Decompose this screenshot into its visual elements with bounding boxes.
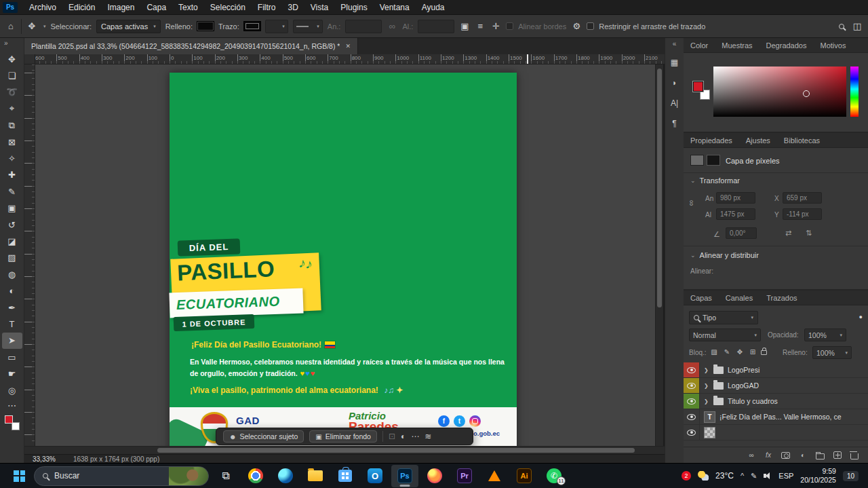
menu-item[interactable]: Filtro <box>252 0 282 14</box>
width-input[interactable]: 980 px <box>716 192 755 204</box>
add-mask-icon[interactable] <box>781 452 790 459</box>
tool-preset-caret-icon[interactable]: ▾ <box>43 24 46 29</box>
layer-style-icon[interactable]: fx <box>764 451 772 460</box>
rotation-input[interactable]: 0,00° <box>726 227 757 239</box>
rectangle-tool[interactable]: ▭ <box>2 349 22 365</box>
layer-name[interactable]: ¡Feliz Día del Pas... Valle Hermoso, ce <box>719 413 865 421</box>
select-subject-button[interactable]: ☻ Seleccionar sujeto <box>223 430 304 443</box>
panel-tab[interactable]: Color <box>684 38 715 52</box>
visibility-toggle[interactable] <box>684 362 700 377</box>
menu-item[interactable]: Selección <box>204 0 252 14</box>
firefox-icon[interactable] <box>421 465 448 487</box>
panel-tab[interactable]: Degradados <box>760 38 814 52</box>
new-group-icon[interactable] <box>816 453 825 459</box>
panel-tab[interactable]: Motivos <box>813 38 852 52</box>
illustrator-icon[interactable]: Ai <box>511 465 538 487</box>
link-layers-icon[interactable]: ∞ <box>747 451 755 460</box>
zoom-tool[interactable]: ◎ <box>2 382 22 398</box>
start-button[interactable] <box>14 470 25 482</box>
filter-type-layers-icon[interactable] <box>796 311 807 323</box>
color-picker-ring[interactable] <box>803 90 810 97</box>
marquee-tool[interactable]: ❏ <box>2 67 22 83</box>
filter-shape-layers-icon[interactable] <box>812 311 823 323</box>
whatsapp-icon[interactable]: ✆ 11 <box>540 465 568 487</box>
menu-item[interactable]: Texto <box>172 0 204 14</box>
weather-temp[interactable]: 23°C <box>715 471 734 481</box>
clock[interactable]: 9:59 20/10/2025 <box>800 467 836 485</box>
text-layer-thumbnail[interactable]: T <box>704 411 715 423</box>
edge-icon[interactable] <box>272 465 299 487</box>
search-daily-image[interactable] <box>169 466 208 486</box>
lock-all-icon[interactable] <box>761 350 767 355</box>
photoshop-taskbar-icon[interactable]: Ps <box>391 465 418 487</box>
task-view-icon[interactable]: ⧉ <box>212 465 239 487</box>
visibility-toggle[interactable] <box>684 378 700 393</box>
collapsed-panel-paragraph-icon[interactable]: ¶ <box>667 116 682 131</box>
hue-slider[interactable] <box>850 67 859 117</box>
filter-adjustment-layers-icon[interactable] <box>781 311 791 323</box>
menu-item[interactable]: Capa <box>140 0 172 14</box>
eraser-tool[interactable]: ◪ <box>2 233 22 249</box>
canvas-viewport[interactable]: DÍA DEL PASILLO ♪♪ ECUATORIANO 1 DE OCTU… <box>35 64 655 446</box>
transform-section-header[interactable]: ⌄ Transformar <box>690 176 740 185</box>
menu-item[interactable]: Vista <box>304 0 334 14</box>
show-hidden-icons-chevron[interactable]: ^ <box>741 472 744 480</box>
document-tab[interactable]: Plantilla 2025.psd al 33,3% (504664122_5… <box>24 38 358 54</box>
visibility-toggle[interactable] <box>684 409 700 424</box>
healing-brush-tool[interactable]: ✚ <box>2 167 22 183</box>
remove-background-button[interactable]: ▣ Eliminar fondo <box>309 430 377 443</box>
path-arrangement-icon[interactable]: ✛ <box>490 21 501 31</box>
lasso-tool[interactable]: ➰ <box>2 84 22 100</box>
stroke-swatch[interactable] <box>244 22 260 31</box>
flip-horizontal-icon[interactable]: ⇄ <box>785 229 791 238</box>
edit-toolbar-icon[interactable]: ⋯ <box>2 398 22 412</box>
layer-name[interactable]: Titulo y cuadros <box>728 397 865 405</box>
filter-pixel-layers-icon[interactable] <box>765 311 776 323</box>
delete-layer-icon[interactable] <box>850 453 859 459</box>
dodge-tool[interactable]: ◐ <box>2 282 22 299</box>
blend-mode-dropdown[interactable]: Normal ▾ <box>689 329 761 341</box>
layer-row-logopresi[interactable]: ❯ T LogoPresi <box>684 362 868 378</box>
blur-tool[interactable]: ◍ <box>2 266 22 282</box>
new-layer-icon[interactable] <box>833 451 842 459</box>
active-tool-icon[interactable]: ✥ <box>26 21 37 31</box>
more-options-icon[interactable]: ⋯ <box>411 432 419 441</box>
layer-row-text[interactable]: ❯ T ¡Feliz Día del Pas... Valle Hermoso,… <box>684 409 868 425</box>
gear-icon[interactable]: ⚙ <box>571 21 582 31</box>
panel-tab[interactable]: Ajustes <box>739 133 777 147</box>
visibility-toggle[interactable] <box>684 394 700 409</box>
eyedropper-tool[interactable]: ✧ <box>2 150 22 166</box>
chrome-icon[interactable] <box>242 465 269 487</box>
panel-tab[interactable]: Capas <box>684 290 719 305</box>
panel-tab[interactable]: Trazados <box>760 290 804 305</box>
filtering-toggle-icon[interactable]: ● <box>859 314 863 320</box>
new-adjustment-layer-icon[interactable]: ◐ <box>799 451 807 460</box>
lock-artboard-icon[interactable]: ⊞ <box>748 346 757 357</box>
outlook-icon[interactable]: O <box>361 465 389 487</box>
pixel-layer-thumbnail[interactable] <box>704 427 715 438</box>
microsoft-store-icon[interactable] <box>332 465 359 487</box>
home-icon[interactable]: ⌂ <box>5 21 16 31</box>
stroke-type-dropdown[interactable]: ▾ <box>293 20 323 33</box>
align-edges-checkbox[interactable] <box>506 22 513 30</box>
restore-button[interactable] <box>822 0 845 15</box>
gradient-tool[interactable]: ▨ <box>2 250 22 266</box>
design-canvas[interactable]: DÍA DEL PASILLO ♪♪ ECUATORIANO 1 DE OCTU… <box>170 73 517 446</box>
link-dimensions-icon[interactable]: ∞ <box>687 200 696 206</box>
object-selection-tool[interactable]: ⌖ <box>2 100 22 117</box>
expand-chevron-icon[interactable]: ❯ <box>704 398 709 405</box>
adjustment-icon[interactable]: ◐ <box>401 432 406 441</box>
foreground-color-swatch[interactable] <box>5 415 13 424</box>
lock-paint-icon[interactable]: ✎ <box>722 346 732 357</box>
horizontal-scrollbar-thumb[interactable] <box>157 448 635 453</box>
vertical-scrollbar-thumb[interactable] <box>657 69 662 307</box>
collapse-panels-chevron-icon[interactable]: « <box>673 38 677 50</box>
panel-tab[interactable]: Canales <box>719 290 760 305</box>
collapsed-panel-comments-icon[interactable]: ◗ <box>667 75 682 90</box>
menu-item[interactable]: 3D <box>281 0 304 14</box>
type-tool[interactable]: T <box>2 316 22 332</box>
workspace-switcher-icon[interactable]: ◫ <box>852 21 863 31</box>
pen-tool[interactable]: ✒ <box>2 299 22 316</box>
minimize-button[interactable] <box>799 0 822 15</box>
saturation-brightness-field[interactable] <box>713 67 846 117</box>
